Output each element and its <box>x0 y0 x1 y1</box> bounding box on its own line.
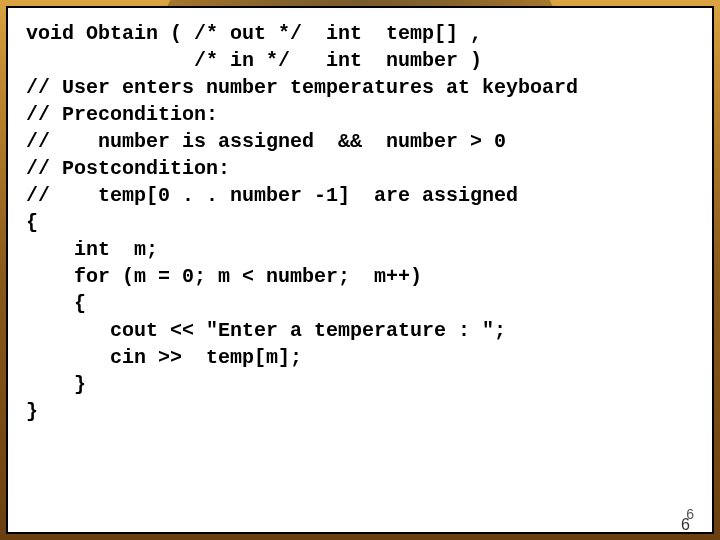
code-line: { <box>26 290 694 317</box>
code-container: void Obtain ( /* out */ int temp[] , /* … <box>6 6 714 534</box>
code-line: // Postcondition: <box>26 155 694 182</box>
code-line: // User enters number temperatures at ke… <box>26 74 694 101</box>
code-line: /* in */ int number ) <box>26 47 694 74</box>
code-line: { <box>26 209 694 236</box>
code-line: // number is assigned && number > 0 <box>26 128 694 155</box>
code-line: cout << "Enter a temperature : "; <box>26 317 694 344</box>
code-line: for (m = 0; m < number; m++) <box>26 263 694 290</box>
code-line: cin >> temp[m]; <box>26 344 694 371</box>
page-number-outer: 6 <box>681 516 690 534</box>
code-line: void Obtain ( /* out */ int temp[] , <box>26 20 694 47</box>
code-line: // Precondition: <box>26 101 694 128</box>
code-line: } <box>26 398 694 425</box>
code-line: int m; <box>26 236 694 263</box>
code-line: // temp[0 . . number -1] are assigned <box>26 182 694 209</box>
code-line: } <box>26 371 694 398</box>
slide-background: void Obtain ( /* out */ int temp[] , /* … <box>0 0 720 540</box>
